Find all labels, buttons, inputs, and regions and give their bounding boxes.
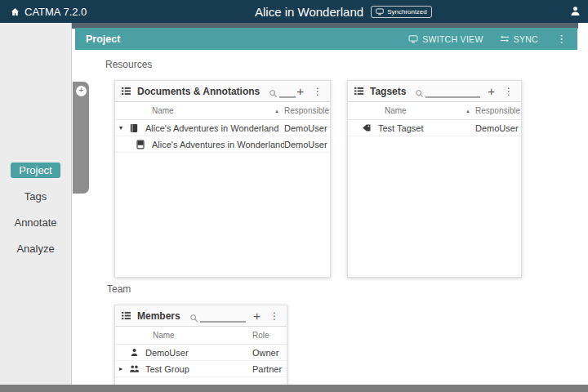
group-role: Partner — [252, 364, 287, 374]
add-member-button[interactable]: + — [252, 310, 262, 322]
tagset-responsible: DemoUser — [475, 123, 521, 133]
members-search-input[interactable] — [200, 310, 247, 323]
tagset-row[interactable]: Test Tagset DemoUser — [348, 120, 521, 136]
tagsets-table-header: Name ▲ Responsible — [348, 102, 521, 120]
sync-label: SYNC — [514, 34, 538, 44]
document-responsible: DemoUser — [284, 123, 330, 133]
tagsets-card-title: Tagsets — [370, 86, 406, 97]
sidebar-item-analyze[interactable]: Analyze — [8, 241, 62, 256]
drawer-handle[interactable]: + — [73, 82, 89, 194]
member-name-cell: DemoUser — [115, 348, 252, 358]
home-icon — [11, 7, 20, 16]
main-content: Project SWITCH VIEW SYNC ⋮ Resources — [72, 23, 588, 385]
group-name: Test Group — [145, 364, 189, 374]
view-title: Project — [86, 33, 120, 45]
document-book-icon — [127, 123, 141, 133]
search-icon — [415, 89, 424, 98]
group-name-cell: ▸ Test Group — [115, 364, 252, 374]
person-icon — [127, 348, 141, 357]
resources-section-label: Resources — [105, 59, 152, 70]
synchronized-label: Synchronized — [387, 8, 426, 16]
top-bar: CATMA 7.2.0 Alice in Wonderland Synchron… — [0, 0, 588, 23]
sync-button[interactable]: SYNC — [500, 34, 538, 44]
home-brand-link[interactable]: CATMA 7.2.0 — [11, 0, 87, 23]
column-role-label: Role — [252, 331, 287, 340]
members-card-title: Members — [137, 310, 180, 322]
documents-table-header: Name ▲ Responsible — [115, 102, 330, 120]
sidebar-nav: Project Tags Annotate Analyze — [0, 163, 71, 256]
documents-search-input[interactable] — [279, 85, 296, 98]
tagsets-options-kebab[interactable]: ⋮ — [502, 86, 515, 97]
group-icon — [127, 364, 141, 373]
document-name-cell: ▾ Alice's Adventures in Wonderland — [115, 123, 284, 133]
sidebar-item-project[interactable]: Project — [11, 163, 60, 178]
documents-search — [269, 85, 289, 98]
sort-ascending-icon: ▲ — [466, 109, 470, 114]
tagsets-card-header: Tagsets + ⋮ — [348, 81, 521, 102]
drawer-expand-icon[interactable]: + — [76, 86, 87, 96]
user-icon — [570, 6, 581, 16]
monitor-icon — [376, 8, 384, 16]
collapse-caret-icon[interactable]: ▾ — [115, 124, 127, 131]
page-title: Alice in Wonderland — [255, 5, 363, 19]
members-search — [189, 310, 247, 323]
add-document-button[interactable]: + — [295, 86, 305, 97]
member-row[interactable]: DemoUser Owner — [115, 345, 287, 361]
column-name-label: Name — [153, 331, 175, 340]
window-horizontal-scrollbar[interactable] — [0, 385, 588, 392]
team-section-label: Team — [107, 283, 131, 295]
tag-icon — [359, 123, 374, 132]
list-icon — [121, 311, 131, 320]
monitor-icon — [408, 35, 418, 43]
document-name: Alice's Adventures in Wonderland — [145, 123, 278, 133]
tagsets-search — [415, 85, 480, 98]
sync-arrows-icon — [500, 35, 510, 42]
documents-card-title: Documents & Annotations — [137, 86, 260, 97]
documents-card-header: Documents & Annotations + ⋮ — [115, 81, 330, 102]
column-responsible-label: Responsible — [475, 106, 521, 115]
sidebar-item-annotate[interactable]: Annotate — [6, 215, 65, 230]
search-icon — [189, 314, 198, 323]
sort-ascending-icon: ▲ — [274, 109, 279, 114]
members-card-header: Members + ⋮ — [115, 305, 287, 327]
members-options-kebab[interactable]: ⋮ — [268, 310, 281, 322]
members-sort-by-name[interactable]: Name — [115, 331, 252, 340]
document-row[interactable]: ▾ Alice's Adventures in Wonderland DemoU… — [115, 120, 330, 136]
tagset-name-cell: Test Tagset — [348, 123, 475, 133]
members-card: Members + ⋮ Name Role — [114, 305, 287, 392]
brand-label: CATMA 7.2.0 — [24, 6, 87, 18]
annotation-collection-icon — [133, 140, 148, 149]
documents-options-kebab[interactable]: ⋮ — [311, 86, 324, 97]
list-icon — [121, 87, 131, 96]
collection-responsible: DemoUser — [284, 140, 330, 149]
add-tagset-button[interactable]: + — [486, 86, 497, 97]
switch-view-label: SWITCH VIEW — [422, 34, 483, 44]
tagsets-search-input[interactable] — [425, 85, 480, 98]
group-row[interactable]: ▸ Test Group Partner — [115, 361, 287, 377]
list-icon — [354, 87, 364, 96]
search-icon — [269, 89, 278, 98]
column-responsible-label: Responsible — [284, 106, 330, 115]
project-options-kebab[interactable]: ⋮ — [555, 33, 568, 45]
members-table-header: Name Role — [115, 327, 287, 345]
tagset-name: Test Tagset — [378, 123, 423, 133]
documents-sort-by-name[interactable]: Name ▲ — [115, 106, 284, 115]
project-title-group: Alice in Wonderland Synchronized — [255, 0, 432, 23]
project-header-bar: Project SWITCH VIEW SYNC ⋮ — [75, 28, 577, 50]
annotation-collection-row[interactable]: Alice's Adventures in Wonderland Default… — [115, 136, 330, 153]
tagsets-sort-by-name[interactable]: Name ▲ — [348, 106, 475, 115]
column-name-label: Name — [385, 106, 407, 115]
collection-name: Alice's Adventures in Wonderland Default — [152, 140, 284, 149]
collection-name-cell: Alice's Adventures in Wonderland Default — [115, 140, 284, 149]
member-role: Owner — [252, 348, 287, 358]
account-button[interactable] — [570, 6, 581, 16]
documents-annotations-card: Documents & Annotations + ⋮ Name ▲ Respo… — [114, 80, 331, 278]
member-name: DemoUser — [145, 348, 189, 358]
tagsets-card: Tagsets + ⋮ Name ▲ Responsible — [347, 80, 522, 278]
sidebar-item-tags[interactable]: Tags — [16, 189, 55, 204]
switch-view-button[interactable]: SWITCH VIEW — [408, 34, 483, 44]
catma-app-window: CATMA 7.2.0 Alice in Wonderland Synchron… — [0, 0, 588, 392]
header-actions: SWITCH VIEW SYNC ⋮ — [408, 33, 577, 45]
expand-caret-icon[interactable]: ▸ — [115, 365, 127, 372]
synchronized-badge: Synchronized — [371, 6, 431, 18]
